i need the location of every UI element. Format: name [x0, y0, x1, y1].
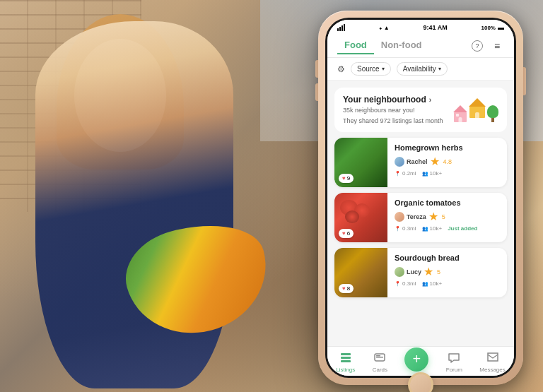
heart-badge-herbs: ♥ 9 [339, 174, 354, 183]
listing-info-herbs: Homegrown herbs Rachel 4.8 📍 0.2ml [387, 138, 507, 187]
svg-rect-1 [341, 357, 351, 359]
phone-bezel: ⬥ ▲ 9:41 AM 100% ▬ Food Non-food [325, 18, 516, 378]
main-content[interactable]: Your neighbourhood › 35k neighbours near… [327, 81, 514, 346]
category-tabs: Food Non-food ? ≡ [327, 32, 514, 58]
people-icon-tomatoes: 👥 [422, 226, 428, 232]
house-body-pink [454, 112, 467, 122]
volume-down-button [315, 83, 318, 101]
heart-icon-tomatoes: ♥ [342, 230, 346, 237]
battery-icon: ▬ [498, 24, 504, 31]
star-icon-bread [424, 265, 433, 278]
heart-badge-tomatoes: ♥ 6 [339, 229, 354, 238]
avatar-lucy [395, 267, 404, 277]
volume-up-button [315, 60, 318, 78]
heart-icon-herbs: ♥ [342, 175, 346, 182]
side-button [523, 67, 526, 95]
reach-herbs: 👥 10k+ [422, 170, 443, 177]
tab-nonfood[interactable]: Non-food [374, 37, 429, 54]
forum-icon [447, 351, 461, 365]
status-icons: ⬥ ▲ [379, 25, 390, 31]
availability-filter[interactable]: Availability ▾ [397, 62, 448, 76]
neighbourhood-line2: They shared 972 listings last month [343, 117, 443, 126]
listing-item-bread[interactable]: ♥ 8 Sourdough bread Lucy 5 [334, 248, 507, 297]
people-icon-bread: 👥 [422, 281, 428, 287]
battery-area: 100% ▬ [481, 24, 504, 31]
help-button[interactable]: ? [470, 39, 484, 53]
listings-label: Listings [336, 367, 355, 373]
signal-bar-3 [341, 25, 343, 31]
phone-screen: ⬥ ▲ 9:41 AM 100% ▬ Food Non-food [327, 20, 514, 376]
listing-meta-herbs: 📍 0.2ml 👥 10k+ [395, 170, 500, 177]
house-window [456, 114, 459, 117]
avatar-tereza [395, 212, 404, 222]
heart-badge-bread: ♥ 8 [339, 284, 354, 293]
listing-info-bread: Sourdough bread Lucy 5 📍 0.3ml [387, 248, 507, 297]
distance-tomatoes: 📍 0.3ml [395, 225, 416, 232]
wifi-icon: ▲ [384, 25, 390, 31]
listing-title-tomatoes: Organic tomatoes [395, 198, 500, 207]
signal-bar-2 [339, 27, 341, 31]
listing-user-bread: Lucy 5 [395, 265, 500, 278]
phone-shell: ⬥ ▲ 9:41 AM 100% ▬ Food Non-food [318, 11, 523, 385]
reach-bread: 👥 10k+ [422, 280, 443, 287]
tree-top [487, 105, 498, 118]
signal-indicator [337, 24, 345, 31]
just-added-badge: Just added [448, 225, 477, 232]
add-listing-button[interactable]: + [404, 348, 428, 372]
tree-trunk [491, 118, 494, 122]
nav-listings[interactable]: Listings [336, 351, 355, 373]
star-icon-tomatoes [428, 210, 438, 223]
menu-button[interactable]: ≡ [490, 39, 504, 53]
neighbourhood-card[interactable]: Your neighbourhood › 35k neighbours near… [334, 88, 507, 132]
tab-food[interactable]: Food [337, 37, 374, 54]
house-roof-pink [453, 105, 467, 112]
avatar-rachel [395, 157, 404, 167]
source-chevron-icon: ▾ [382, 66, 385, 72]
house-yellow [469, 98, 486, 118]
people-icon-herbs: 👥 [422, 171, 428, 177]
nav-messages[interactable]: Messages [479, 351, 505, 373]
neighbourhood-chevron-icon: › [429, 96, 431, 104]
neighbourhood-line1: 35k neighbours near you! [343, 106, 443, 115]
neighbourhood-text: Your neighbourhood › 35k neighbours near… [343, 95, 443, 125]
tree-illustration [487, 105, 498, 122]
messages-icon [486, 351, 500, 365]
cards-label: Cards [373, 367, 387, 373]
listing-info-tomatoes: Organic tomatoes Tereza 5 📍 0.3ml [387, 193, 507, 242]
source-filter[interactable]: Source ▾ [351, 62, 391, 76]
neighbourhood-title: Your neighbourhood › [343, 95, 443, 105]
cards-icon [373, 351, 387, 365]
location-icon-tomatoes: 📍 [395, 226, 401, 232]
nav-forum[interactable]: Forum [446, 351, 462, 373]
phone-device: ⬥ ▲ 9:41 AM 100% ▬ Food Non-food [318, 11, 523, 385]
svg-rect-4 [376, 357, 383, 358]
listing-user-tomatoes: Tereza 5 [395, 210, 500, 223]
listing-item-herbs[interactable]: ♥ 9 Homegrown herbs Rachel 4.8 [334, 138, 507, 187]
listing-item-tomatoes[interactable]: ♥ 6 Organic tomatoes Tereza 5 [334, 193, 507, 242]
star-icon-herbs [430, 155, 440, 168]
bottom-navigation: Listings Cards + [327, 346, 514, 376]
tab-actions: ? ≡ [470, 39, 504, 53]
distance-herbs: 📍 0.2ml [395, 170, 416, 177]
battery-text: 100% [481, 25, 496, 31]
heart-icon-bread: ♥ [342, 285, 346, 292]
availability-chevron-icon: ▾ [438, 66, 441, 72]
listing-meta-bread: 📍 0.3ml 👥 10k+ [395, 280, 500, 287]
messages-label: Messages [479, 367, 505, 373]
home-button[interactable] [408, 372, 433, 392]
house-roof-yellow [469, 98, 486, 107]
nav-cards[interactable]: Cards [373, 351, 387, 373]
location-icon-herbs: 📍 [395, 171, 401, 177]
listing-image-bread: ♥ 8 [334, 248, 387, 297]
listings-icon [339, 351, 353, 365]
house-door-yellow [475, 112, 479, 118]
plus-icon: + [413, 351, 421, 367]
distance-bread: 📍 0.3ml [395, 280, 416, 287]
listing-user-herbs: Rachel 4.8 [395, 155, 500, 168]
forum-label: Forum [446, 367, 462, 373]
svg-rect-0 [341, 353, 351, 355]
listing-title-bread: Sourdough bread [395, 254, 500, 262]
house-pink [453, 105, 467, 122]
svg-rect-5 [376, 355, 380, 357]
location-icon-bread: 📍 [395, 281, 401, 287]
